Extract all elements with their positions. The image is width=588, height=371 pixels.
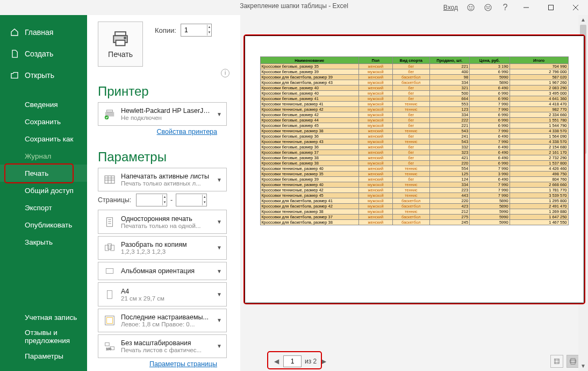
table-row: Кроссовки беговые, размер 39мужскойбег40… xyxy=(260,69,568,75)
table-row: Кроссовки для баскетбола, размер 42мужск… xyxy=(260,204,568,209)
svg-point-5 xyxy=(489,6,489,7)
sidebar-item-create[interactable]: Создать xyxy=(0,43,87,65)
print-button[interactable]: Печать xyxy=(98,22,143,67)
svg-rect-12 xyxy=(107,110,113,112)
chevron-down-icon: ▼ xyxy=(217,245,222,251)
margins-icon xyxy=(103,313,117,327)
svg-point-10 xyxy=(124,37,126,39)
pages-from-spinner[interactable]: ▲▼ xyxy=(136,194,167,206)
sidebar-label: Отзывы и предложения xyxy=(25,329,77,345)
maximize-button[interactable] xyxy=(539,0,563,15)
svg-rect-19 xyxy=(106,269,113,274)
sidebar-label: Сведения xyxy=(25,101,58,109)
sidebar-item-share[interactable]: Общий доступ xyxy=(0,182,87,199)
pages-to-spinner[interactable]: ▲▼ xyxy=(176,194,207,206)
smile-icon[interactable] xyxy=(462,0,479,15)
landscape-icon xyxy=(103,264,117,278)
printer-properties-link[interactable]: Свойства принтера xyxy=(98,128,217,135)
table-row: Кроссовки для баскетбола, размер 41мужск… xyxy=(260,198,568,204)
copies-up[interactable]: ▲ xyxy=(207,25,211,30)
svg-rect-28 xyxy=(570,360,576,363)
chevron-down-icon: ▼ xyxy=(217,317,222,323)
sidebar-label: Открыть xyxy=(25,71,54,80)
svg-rect-17 xyxy=(108,244,112,249)
sidebar-item-export[interactable]: Экспорт xyxy=(0,199,87,216)
copies-input[interactable] xyxy=(181,25,207,35)
page-setup-link[interactable]: Параметры страницы xyxy=(98,360,217,368)
sidebar-label: Параметры xyxy=(25,352,63,360)
current-page-input[interactable] xyxy=(283,355,302,367)
svg-text:100: 100 xyxy=(106,347,111,351)
table-row: Кроссовки теннисные, размер 42женскийтен… xyxy=(260,188,568,193)
sidebar-item-info[interactable]: Сведения xyxy=(0,96,87,113)
pages-to-input[interactable] xyxy=(176,195,202,205)
sidebar-label: Учетная запись xyxy=(25,313,77,322)
printer-dropdown[interactable]: Hewlett-Packard HP LaserJe...Не подключе… xyxy=(98,102,227,126)
next-page-button[interactable]: ▶ xyxy=(320,358,327,365)
sidebar-item-close[interactable]: Закрыть xyxy=(0,233,87,251)
minimize-button[interactable] xyxy=(514,0,539,15)
table-row: Кроссовки теннисные, размер 40мужскойтен… xyxy=(260,182,568,188)
close-button[interactable] xyxy=(563,0,588,15)
table-row: Кроссовки беговые, размер 38женскийбег42… xyxy=(260,155,568,161)
sidebar-item-save[interactable]: Сохранить xyxy=(0,113,87,130)
chevron-down-icon: ▼ xyxy=(217,219,222,225)
sidebar-item-home[interactable]: Главная xyxy=(0,22,87,43)
margins-dropdown[interactable]: Последние настраиваемы...Левое: 1,8 см П… xyxy=(98,309,227,332)
table-row: Кроссовки для баскетбола, размер 39женск… xyxy=(260,75,568,80)
copies-label: Копии: xyxy=(155,26,176,34)
svg-rect-26 xyxy=(554,359,559,363)
info-icon[interactable]: i xyxy=(221,69,230,77)
table-header-cell: Цена, руб. xyxy=(470,57,510,64)
scaling-dropdown[interactable]: 100 Без масштабированияПечать листов с ф… xyxy=(98,334,227,358)
table-row: Кроссовки для баскетбола, размер 43мужск… xyxy=(260,80,568,85)
sidebar-item-feedback[interactable]: Отзывы и предложения xyxy=(0,326,87,347)
table-row: Кроссовки беговые, размер 41мужскойбег66… xyxy=(260,96,568,102)
sidebar-label: Печать xyxy=(25,169,48,177)
dd-line2: Левое: 1,8 см Правое: 0... xyxy=(121,321,212,327)
sidebar-item-options[interactable]: Параметры xyxy=(0,347,87,365)
printer-section-title: Принтер xyxy=(98,84,240,99)
svg-rect-7 xyxy=(115,32,126,35)
help-icon[interactable]: ? xyxy=(497,0,514,15)
sidebar-item-account[interactable]: Учетная запись xyxy=(0,309,87,326)
sad-icon[interactable] xyxy=(479,0,497,15)
sidebar-item-publish[interactable]: Опубликовать xyxy=(0,216,87,233)
show-margins-button[interactable] xyxy=(550,355,563,368)
table-row: Кроссовки беговые, размер 36женскийбег24… xyxy=(260,134,568,139)
table-header-cell: Итого xyxy=(510,57,568,64)
paper-dropdown[interactable]: A421 см x 29,7 см ▼ xyxy=(98,282,227,306)
sidebar-item-open[interactable]: Открыть xyxy=(0,65,87,86)
chevron-down-icon: ▼ xyxy=(217,177,222,183)
dd-line1: Односторонняя печать xyxy=(121,215,212,223)
table-row: Кроссовки беговые, размер 45мужскойбег22… xyxy=(260,123,568,129)
zoom-to-page-button[interactable] xyxy=(567,355,579,368)
table-row: Кроссовки теннисные, размер 41мужскойтен… xyxy=(260,102,568,107)
print-what-dropdown[interactable]: Напечатать активные листыПечать только а… xyxy=(98,168,227,191)
dd-line1: Напечатать активные листы xyxy=(121,173,212,180)
sidebar-item-save-as[interactable]: Сохранить как xyxy=(0,130,87,147)
sides-dropdown[interactable]: Односторонняя печатьПечатать только на о… xyxy=(98,210,227,233)
sidebar-label: Главная xyxy=(25,28,53,37)
single-side-icon xyxy=(103,215,117,229)
prev-page-button[interactable]: ◀ xyxy=(273,358,280,365)
table-row: Кроссовки беговые, размер 35женскийбег22… xyxy=(260,64,568,69)
params-section-title: Параметры xyxy=(98,149,240,165)
copies-down[interactable]: ▼ xyxy=(207,30,211,35)
collate-icon xyxy=(103,241,117,255)
sidebar-item-history: Журнал xyxy=(0,147,87,165)
dd-line2: Печать только активных л... xyxy=(121,180,212,187)
sidebar-label: Журнал xyxy=(25,152,51,160)
sidebar-item-print[interactable]: Печать xyxy=(0,165,87,182)
login-link[interactable]: Вход xyxy=(443,4,458,11)
table-row: Кроссовки беговые, размер 38мужскойбег22… xyxy=(260,161,568,166)
table-row: Кроссовки теннисные, размер 40женскийтен… xyxy=(260,166,568,172)
pages-sep: - xyxy=(170,196,173,204)
table-row: Кроссовки теннисные, размер 38мужскойтен… xyxy=(260,209,568,215)
scroll-down[interactable]: ▼ xyxy=(578,361,588,371)
table-row: Кроссовки беговые, размер 42мужскойбег33… xyxy=(260,112,568,118)
copies-spinner[interactable]: ▲▼ xyxy=(181,24,212,37)
pages-from-input[interactable] xyxy=(137,195,162,205)
orientation-dropdown[interactable]: Альбомная ориентация ▼ xyxy=(98,262,227,281)
collate-dropdown[interactable]: Разобрать по копиям1,2,3 1,2,3 1,2,3 ▼ xyxy=(98,236,227,260)
